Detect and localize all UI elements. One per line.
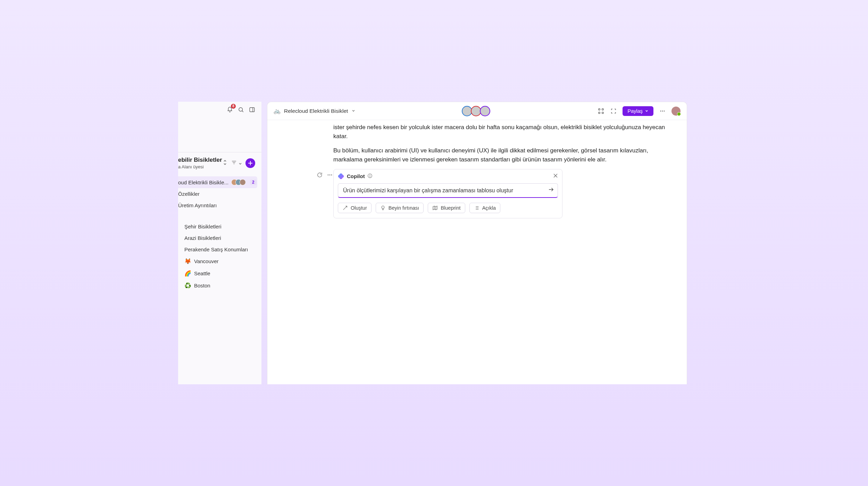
nav-item-label: Seattle: [194, 270, 210, 276]
filter-button[interactable]: [231, 159, 242, 167]
notifications-button[interactable]: 8: [226, 106, 234, 114]
workspace-subtitle: a Alanı üyesi: [178, 164, 222, 169]
copilot-title: Copilot: [347, 173, 365, 179]
svg-rect-2: [250, 108, 254, 112]
filter-icon: [231, 159, 237, 166]
svg-point-14: [662, 110, 663, 111]
presence-avatars[interactable]: [463, 106, 490, 116]
grid-icon: [598, 108, 604, 114]
ellipsis-icon: [659, 108, 666, 114]
list-icon: [474, 205, 479, 211]
svg-point-16: [328, 175, 329, 176]
page-emoji-icon: 🦊: [184, 258, 191, 265]
nav-item-seattle[interactable]: 🌈 Seattle: [178, 267, 257, 279]
avatar-icon: [240, 179, 246, 185]
nav-item-vancouver[interactable]: 🦊 Vancouver: [178, 255, 257, 267]
main-panel: 🚲 Relecloud Elektrikli Bisiklet: [267, 102, 687, 384]
nav-item-label: Özellikler: [178, 191, 200, 197]
comment-button[interactable]: [316, 171, 323, 178]
nav-item-production[interactable]: Üretim Ayrıntıları: [178, 200, 257, 211]
svg-point-9: [599, 108, 600, 110]
add-button[interactable]: [245, 158, 255, 168]
panel-toggle-button[interactable]: [248, 106, 256, 114]
document-title-group[interactable]: 🚲 Relecloud Elektrikli Bisiklet: [274, 108, 356, 114]
nav-item-boston[interactable]: ♻️ Boston: [178, 279, 257, 292]
block-more-button[interactable]: [326, 171, 333, 178]
nav-item-label: Şehir Bisikletleri: [184, 224, 222, 229]
chevron-down-icon: [645, 109, 649, 113]
page-emoji-icon: 🌈: [184, 270, 191, 277]
nav-item-features[interactable]: Özellikler: [178, 188, 257, 200]
sidebar: 8 ebilir Bisikletler a Alanı üyesi: [178, 102, 261, 384]
nav-item-badge: 2: [250, 179, 257, 185]
lightbulb-icon: [380, 205, 386, 211]
focus-icon: [610, 108, 617, 114]
focus-button[interactable]: [610, 108, 617, 115]
svg-point-0: [239, 108, 243, 111]
chevron-down-icon: [351, 109, 356, 113]
share-button[interactable]: Paylaş: [623, 106, 653, 116]
share-label: Paylaş: [627, 108, 643, 114]
copilot-chip-brainstorm[interactable]: Beyin fırtınası: [376, 203, 424, 213]
ellipsis-icon: [327, 172, 333, 178]
body-paragraph[interactable]: ister şehirde nefes kesen bir yolculuk i…: [333, 123, 667, 141]
svg-point-12: [602, 112, 604, 114]
copilot-chip-blueprint[interactable]: Blueprint: [428, 203, 465, 213]
presence-avatar: [480, 106, 490, 116]
account-avatar[interactable]: [671, 107, 681, 116]
body-paragraph[interactable]: Bu bölüm, kullanıcı arabirimi (UI) ve ku…: [333, 146, 667, 165]
close-icon: [553, 173, 558, 178]
svg-point-13: [660, 110, 661, 111]
workspace-header: ebilir Bisikletler a Alanı üyesi: [178, 157, 257, 169]
copilot-input[interactable]: [343, 187, 548, 194]
nav-item-current-doc[interactable]: oud Elektrikli Bisikle... 2: [178, 176, 257, 188]
more-button[interactable]: [659, 108, 666, 115]
notification-count: 8: [231, 104, 236, 109]
copilot-panel: Copilot ⓘ Oluştur: [333, 169, 562, 218]
copilot-chip-create[interactable]: Oluştur: [338, 203, 372, 213]
nav-item-land-bikes[interactable]: Arazi Bisikletleri: [178, 232, 257, 244]
svg-point-17: [329, 175, 331, 176]
arrow-right-icon: [548, 186, 554, 193]
chevron-updown-icon: [223, 159, 227, 166]
nav-item-avatars: [231, 179, 246, 185]
search-icon: [238, 107, 244, 113]
page-emoji-icon: ♻️: [184, 282, 191, 289]
copilot-suggestions: Oluştur Beyin fırtınası Blueprint Açıkla: [338, 203, 558, 213]
map-icon: [432, 205, 438, 211]
document-content: ister şehirde nefes kesen bir yolculuk i…: [267, 120, 687, 218]
svg-point-11: [599, 112, 600, 114]
document-menu[interactable]: [351, 108, 356, 114]
comment-icon: [316, 172, 323, 178]
workspace-title: ebilir Bisikletler: [178, 157, 222, 164]
copilot-close-button[interactable]: [553, 173, 558, 180]
document-emoji-icon: 🚲: [274, 108, 281, 114]
copilot-info-button[interactable]: ⓘ: [368, 173, 372, 179]
workspace-section: ebilir Bisikletler a Alanı üyesi: [178, 152, 261, 296]
panel-icon: [249, 107, 255, 113]
topbar: 🚲 Relecloud Elektrikli Bisiklet: [267, 102, 687, 120]
chip-label: Blueprint: [441, 205, 460, 211]
apps-button[interactable]: [598, 108, 604, 115]
workspace-switcher[interactable]: [223, 159, 227, 167]
chevron-down-icon: [239, 162, 242, 166]
svg-point-10: [602, 108, 604, 110]
copilot-chip-explain[interactable]: Açıkla: [469, 203, 501, 213]
nav-item-city-bikes[interactable]: Şehir Bisikletleri: [178, 221, 257, 232]
nav-item-label: Arazi Bisikletleri: [184, 235, 221, 241]
wand-icon: [342, 205, 348, 211]
nav-item-label: Üretim Ayrıntıları: [178, 202, 217, 208]
nav-list: oud Elektrikli Bisikle... 2 Özellikler Ü…: [178, 176, 257, 292]
svg-line-1: [242, 111, 243, 112]
copilot-logo-icon: [338, 173, 344, 179]
nav-item-label: Vancouver: [194, 258, 219, 264]
copilot-submit-button[interactable]: [548, 186, 554, 194]
nav-item-retail-locations[interactable]: Perakende Satış Konumları: [178, 244, 257, 255]
search-button[interactable]: [237, 106, 245, 114]
chip-label: Beyin fırtınası: [389, 205, 419, 211]
sidebar-topbar: 8: [178, 102, 261, 152]
plus-icon: [248, 161, 253, 166]
nav-item-label: oud Elektrikli Bisikle...: [178, 179, 228, 185]
svg-point-18: [331, 175, 332, 176]
copilot-input-wrap: [338, 183, 558, 198]
